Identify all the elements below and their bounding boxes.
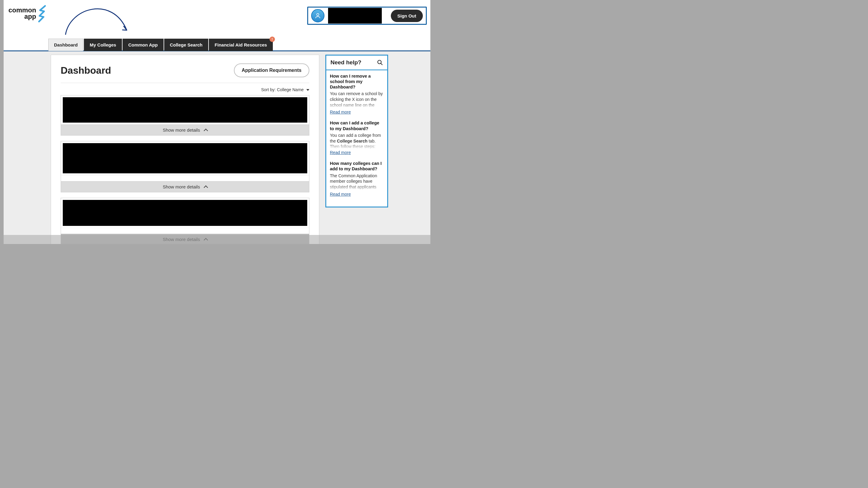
show-more-label: Show more details — [163, 127, 200, 133]
chevron-up-icon — [204, 128, 208, 133]
dashboard-card: Dashboard Application Requirements Sort … — [51, 55, 319, 244]
help-question: How can I add a college to my Dashboard? — [330, 120, 383, 131]
tab-college-search[interactable]: College Search — [164, 39, 208, 51]
alert-badge-icon: ! — [270, 36, 275, 42]
show-more-button-2[interactable]: Show more details — [61, 181, 309, 192]
show-more-label: Show more details — [163, 184, 200, 189]
header-bar: common app Sign Out Dashboard My Col — [4, 0, 430, 51]
college-2-redacted — [63, 143, 307, 173]
read-more-link[interactable]: Read more — [330, 150, 351, 155]
read-more-link[interactable]: Read more — [330, 110, 351, 114]
chevron-up-icon — [204, 185, 208, 189]
college-2-extra-row — [61, 175, 309, 181]
user-icon — [314, 12, 321, 19]
help-header: Need help? — [326, 56, 387, 70]
application-requirements-button[interactable]: Application Requirements — [234, 63, 309, 77]
college-entry-1: Show more details — [61, 95, 309, 136]
svg-line-2 — [381, 63, 382, 65]
help-question: How can I remove a school from my Dashbo… — [330, 74, 383, 90]
user-account-box: Sign Out — [307, 7, 427, 25]
sort-label: Sort by: — [261, 87, 277, 92]
tab-my-colleges[interactable]: My Colleges — [84, 39, 122, 51]
main-content: Dashboard Application Requirements Sort … — [48, 52, 322, 244]
college-entry-3: Show more details — [61, 198, 309, 244]
college-entry-2: Show more details — [61, 141, 309, 192]
logo-mark-icon — [37, 4, 48, 23]
help-answer: You can add a college from the College S… — [330, 133, 383, 150]
sign-out-button[interactable]: Sign Out — [391, 10, 423, 22]
show-more-button-3[interactable]: Show more details — [61, 234, 309, 244]
show-more-label: Show more details — [163, 237, 200, 242]
chevron-up-icon — [204, 238, 208, 242]
help-body: How can I remove a school from my Dashbo… — [326, 70, 387, 206]
read-more-link[interactable]: Read more — [330, 192, 351, 197]
tab-financial-aid-label: Financial Aid Resources — [215, 42, 267, 48]
tab-dashboard[interactable]: Dashboard — [48, 39, 83, 51]
help-item-1: How can I remove a school from my Dashbo… — [330, 74, 383, 115]
annotation-arrow — [61, 1, 136, 36]
dashboard-header: Dashboard Application Requirements — [61, 63, 309, 83]
college-3-redacted — [63, 200, 307, 226]
help-answer: You can remove a school by clicking the … — [330, 91, 383, 109]
caret-down-icon — [306, 89, 309, 91]
svg-point-0 — [317, 13, 319, 16]
sort-control[interactable]: Sort by: College Name — [61, 83, 309, 95]
help-title: Need help? — [331, 59, 361, 66]
search-icon[interactable] — [377, 59, 383, 65]
show-more-button-1[interactable]: Show more details — [61, 124, 309, 135]
user-name-redacted — [328, 8, 382, 24]
tab-common-app[interactable]: Common App — [123, 39, 163, 51]
avatar[interactable] — [311, 9, 324, 22]
logo-text: common app — [8, 7, 36, 20]
page-title: Dashboard — [61, 65, 111, 76]
logo[interactable]: common app — [8, 4, 48, 23]
college-3-extra-row — [61, 228, 309, 234]
help-answer: The Common Application member colleges h… — [330, 173, 383, 191]
help-item-2: How can I add a college to my Dashboard?… — [330, 120, 383, 155]
sort-value: College Name — [277, 87, 304, 92]
help-panel: Need help? How can I remove a school fro… — [326, 55, 388, 207]
main-tabs: Dashboard My Colleges Common App College… — [48, 39, 273, 51]
tab-financial-aid[interactable]: Financial Aid Resources ! — [209, 39, 273, 51]
college-1-redacted — [63, 97, 307, 123]
help-question: How many colleges can I add to my Dashbo… — [330, 161, 383, 172]
help-item-3: How many colleges can I add to my Dashbo… — [330, 161, 383, 197]
